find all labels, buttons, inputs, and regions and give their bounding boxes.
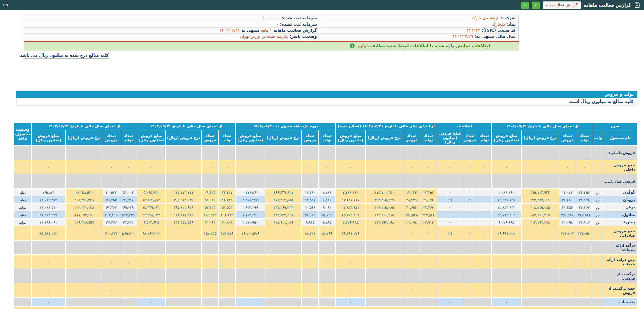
table-row-export-sales-section: فروش صادراتی:	[14, 174, 637, 189]
cell-domestic-sales-section-status	[14, 146, 31, 160]
cell-sulfur-g2-0: ۲۴,۳۵۶	[420, 189, 437, 196]
report-type-dropdown[interactable]: گزارش فعالیت ، ▾	[543, 1, 581, 9]
cell-sales-returns-section-g4-0	[218, 269, 235, 283]
header-g1-sale-rate: نرخ فروش (ریال)	[522, 130, 559, 146]
header-unit: واحد	[593, 130, 603, 146]
cell-discounts-g5-2	[65, 298, 103, 307]
header-group-g1: از ابتدای سال مالی تا تاریخ ۱۴۰۴/۰۵/۳۱	[491, 123, 593, 130]
header-product-status: وضعیت محصول-واحد	[14, 123, 31, 146]
info-value: ۱ ماهه	[261, 28, 272, 33]
cell-butane-g4-2: ۲۹۵,۸۲۲,۶۲۹	[165, 204, 201, 211]
cell-domestic-sales-section-adj-1	[463, 146, 477, 160]
header-g4-qty-produced: تعداد تولید	[218, 130, 235, 146]
cell-export-sales-total-g5-1: ۶۰۱,۲۲۴	[103, 226, 120, 241]
prev-report-button[interactable]: ‹	[521, 2, 529, 9]
language-toggle[interactable]: EN	[3, 3, 9, 8]
cell-domestic-sales-total-g4-1: ۰	[201, 160, 218, 174]
next-report-button[interactable]: ›	[532, 2, 540, 9]
cell-propane-adj-2: (۱)	[437, 196, 463, 204]
cell-export-sales-total-g1-1: ۳۶۳,۸۰۴	[559, 226, 576, 241]
cell-butane-name: بوتان	[603, 204, 637, 211]
cell-domestic-sales-section-g5-2	[65, 146, 103, 160]
cell-service-revenue-section-g1-1	[559, 241, 576, 255]
info-label: سرمایه ثبت شده:	[282, 16, 317, 20]
cell-discounts-g2-1	[403, 298, 420, 307]
cell-propane-g2-2: ۳۲۳,۴۶۵,۴۴۹	[365, 196, 403, 204]
cell-pentane-plus-g5-0: ۴۴,۲۷۶	[120, 219, 137, 226]
cell-grand-total-g4-1	[201, 307, 218, 309]
cell-domestic-sales-section-g5-0	[120, 146, 137, 160]
header-g4-sale-amount: مبلغ فروش (میلیون ریال)	[137, 130, 165, 146]
cell-service-revenue-total-g3-2	[265, 255, 301, 269]
cell-service-revenue-section-g5-3	[31, 241, 65, 255]
cell-propane-g4-3: ۱۵,۸۱۴,۸۶۲	[137, 196, 165, 204]
header-group-g3: دوره یک ماهه منتهی به ۱۴۰۴/۰۶/۳۱	[235, 123, 335, 130]
cell-grand-total-g5-0	[120, 307, 137, 309]
cell-sales-returns-section-g5-3	[31, 269, 65, 283]
cell-sales-returns-total-g2-2	[365, 283, 403, 298]
cell-sulfur-g2-3: ۲,۲۸۸,۱۶۰	[335, 189, 365, 196]
cell-domestic-sales-total-adj-2: ۰	[437, 160, 463, 174]
cell-sulfur-g1-0: ۲۴,۳۵۶	[576, 189, 593, 196]
cell-butane-g3-2: ۲۴۷,۳۶۹,۳۲۲	[265, 204, 301, 211]
header-g1-qty-produced: تعداد تولید	[576, 130, 593, 146]
cell-service-revenue-total-g4-1: ۰	[201, 255, 218, 269]
cell-domestic-sales-section-g4-3	[137, 146, 165, 160]
cell-discounts-g4-3: ۰	[137, 298, 165, 307]
cell-discounts-g2-3: ۰	[335, 298, 365, 307]
cell-domestic-sales-total-g4-3: ۰	[137, 160, 165, 174]
cell-propane-g1-3: ۱۲,۴۴۶,۶۲۸	[491, 196, 521, 204]
cell-sulfur-g3-3: ۲,۷۷۷,۵۶۲	[235, 189, 265, 196]
cell-sales-returns-section-g4-1	[201, 269, 218, 283]
info-right-cell-1: نماد:شخارک	[320, 21, 518, 28]
info-value: ۴۴۱۱۲۲	[467, 28, 480, 33]
cell-grand-total-g1-0	[576, 307, 593, 309]
cell-methanol-g2-0: ۲۴۷,۸۴۴	[420, 211, 437, 219]
cell-export-sales-section-g2-2	[365, 174, 403, 189]
cell-grand-total-g2-3: ۷۹,۶۶۱,۷۲۶	[335, 307, 365, 309]
header-description: شرح	[593, 123, 637, 130]
cell-sulfur-g4-1: ۲۹,۴۰۵	[201, 189, 218, 196]
info-label: منتهی به	[241, 28, 259, 33]
info-label: کد صنعت (ISIC):	[482, 28, 516, 33]
cell-sales-returns-section-g3-1	[301, 269, 318, 283]
cell-service-revenue-section-g4-2	[165, 241, 201, 255]
cell-methanol-g2-2: ۱۸۲,۶۶۱,۲۱۵	[365, 211, 403, 219]
cell-grand-total-adj-0	[477, 307, 491, 309]
cell-butane-g5-2: ۲۰۳,۰۴۰,۰۳۸	[65, 204, 103, 211]
cell-export-sales-total-g3-2	[265, 226, 301, 241]
cell-domestic-sales-total-g4-0: ۰	[218, 160, 235, 174]
header-group-g5: از ابتدای سال مالی تا تاریخ ۱۴۰۳/۰۶/۳۱	[31, 123, 137, 130]
cell-domestic-sales-section-g1-2	[522, 146, 559, 160]
cell-export-sales-total-g1-0: ۳۷۵,۷۵۰	[576, 226, 593, 241]
cell-pentane-plus-adj-2: ۰	[437, 219, 463, 226]
cell-propane-g5-3: ۱۱,۷۴۲,۳۷۲	[31, 196, 65, 204]
cell-butane-g1-2: ۳۰۸,۱۱۵,۰۸۵	[522, 204, 559, 211]
cell-service-revenue-total-g5-0: ۰	[120, 255, 137, 269]
cell-domestic-sales-section-g2-3	[335, 146, 365, 160]
cell-butane-adj-0	[477, 204, 491, 211]
cell-butane-g1-1: ۴۱,۶۵۶	[559, 204, 576, 211]
cell-export-sales-section-g5-0	[120, 174, 137, 189]
cell-domestic-sales-section-g2-2	[365, 146, 403, 160]
cell-sulfur-adj-0	[477, 189, 491, 196]
cell-methanol-adj-0	[477, 211, 491, 219]
cell-export-sales-total-g4-0: ۴۶۴,۵۱۶	[218, 226, 235, 241]
info-right-cell-3: سال مالی منتهی به:۱۴۰۴/۱۲/۲۹	[320, 34, 518, 40]
table-row-sales-returns-total: جمع برگشت از فروش۰۰۰۰۰۰۰۰۰۰۰۰	[14, 283, 637, 298]
cell-export-sales-total-g5-3: ۸۴,۵۱۵,۰۱۳	[31, 226, 65, 241]
cell-propane-unit: تن	[593, 196, 603, 204]
cell-sulfur-g5-0: ۵۲,۰۰۲	[120, 189, 137, 196]
cell-service-revenue-total-g4-2	[165, 255, 201, 269]
cell-methanol-adj-1	[463, 211, 477, 219]
cell-export-sales-total-adj-0: ۰	[477, 226, 491, 241]
table-row-export-sales-total: جمع فروش صادراتی۳۷۵,۷۵۰۳۶۳,۸۰۴۷۹,۶۶۱,۷۲۷…	[14, 226, 637, 241]
cell-sales-returns-total-g3-2	[265, 283, 301, 298]
cell-sales-returns-total-g1-3: ۰	[491, 283, 521, 298]
cell-propane-g3-2: ۲۶۸,۳۶۳,۸۷۵	[265, 196, 301, 204]
cell-methanol-g2-3: ۴۵,۷۶۵,۴۰۲	[335, 211, 365, 219]
cell-propane-g5-0: ۵۶,۷۶۸	[120, 196, 137, 204]
header-g2-sale-amount: مبلغ فروش (میلیون ریال)	[335, 130, 365, 146]
header-g3-qty-produced: تعداد تولید	[318, 130, 335, 146]
info-value: ۶,۰۰۰,۰۰۰	[262, 16, 280, 20]
